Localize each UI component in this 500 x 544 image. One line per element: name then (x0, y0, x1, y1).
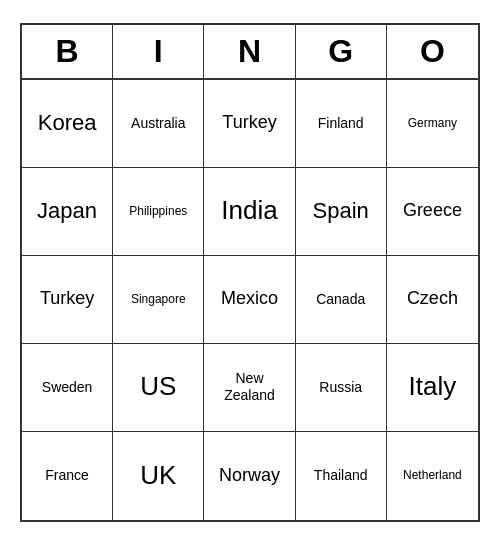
bingo-cell: Greece (387, 168, 478, 256)
cell-label: Finland (318, 115, 364, 132)
bingo-cell: Czech (387, 256, 478, 344)
cell-label: India (221, 195, 277, 226)
bingo-cell: Russia (296, 344, 387, 432)
bingo-cell: Sweden (22, 344, 113, 432)
bingo-header: BINGO (22, 25, 478, 80)
bingo-cell: Singapore (113, 256, 204, 344)
bingo-cell: Netherland (387, 432, 478, 520)
cell-label: New Zealand (208, 370, 290, 404)
bingo-cell: Philippines (113, 168, 204, 256)
cell-label: UK (140, 460, 176, 491)
cell-label: Czech (407, 288, 458, 310)
cell-label: Japan (37, 198, 97, 224)
bingo-cell: Canada (296, 256, 387, 344)
header-cell: O (387, 25, 478, 78)
bingo-cell: Thailand (296, 432, 387, 520)
cell-label: Greece (403, 200, 462, 222)
cell-label: Australia (131, 115, 185, 132)
cell-label: Norway (219, 465, 280, 487)
cell-label: Germany (408, 116, 457, 130)
cell-label: Russia (319, 379, 362, 396)
header-cell: B (22, 25, 113, 78)
bingo-cell: Germany (387, 80, 478, 168)
bingo-cell: India (204, 168, 295, 256)
cell-label: Netherland (403, 468, 462, 482)
cell-label: Thailand (314, 467, 368, 484)
bingo-cell: Finland (296, 80, 387, 168)
bingo-card: BINGO KoreaAustraliaTurkeyFinlandGermany… (20, 23, 480, 522)
bingo-cell: Australia (113, 80, 204, 168)
bingo-cell: New Zealand (204, 344, 295, 432)
bingo-cell: France (22, 432, 113, 520)
cell-label: Mexico (221, 288, 278, 310)
header-cell: N (204, 25, 295, 78)
bingo-cell: US (113, 344, 204, 432)
cell-label: Turkey (222, 112, 276, 134)
bingo-cell: Japan (22, 168, 113, 256)
bingo-cell: Mexico (204, 256, 295, 344)
cell-label: Spain (313, 198, 369, 224)
cell-label: Italy (409, 371, 457, 402)
cell-label: Canada (316, 291, 365, 308)
bingo-cell: Korea (22, 80, 113, 168)
cell-label: Sweden (42, 379, 93, 396)
cell-label: Turkey (40, 288, 94, 310)
cell-label: US (140, 371, 176, 402)
bingo-cell: Italy (387, 344, 478, 432)
cell-label: Singapore (131, 292, 186, 306)
bingo-cell: Spain (296, 168, 387, 256)
cell-label: Korea (38, 110, 97, 136)
bingo-cell: Norway (204, 432, 295, 520)
bingo-cell: Turkey (204, 80, 295, 168)
cell-label: France (45, 467, 89, 484)
header-cell: G (296, 25, 387, 78)
bingo-cell: UK (113, 432, 204, 520)
bingo-body: KoreaAustraliaTurkeyFinlandGermanyJapanP… (22, 80, 478, 520)
bingo-cell: Turkey (22, 256, 113, 344)
cell-label: Philippines (129, 204, 187, 218)
header-cell: I (113, 25, 204, 78)
